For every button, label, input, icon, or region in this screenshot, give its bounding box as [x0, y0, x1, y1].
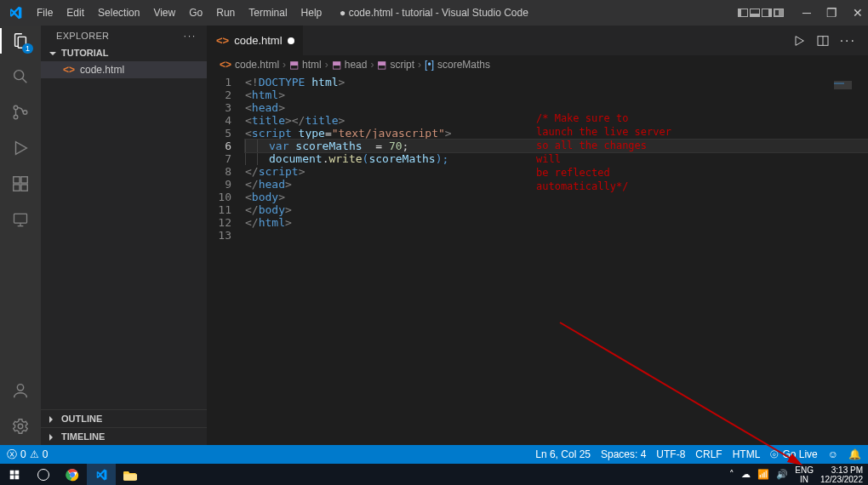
warning-icon: ⚠: [30, 448, 39, 460]
svg-point-1: [14, 106, 18, 110]
layout-controls[interactable]: [738, 9, 784, 17]
onedrive-icon[interactable]: ☁: [741, 469, 751, 480]
tag-icon: ⬒: [377, 59, 386, 71]
status-feedback-icon[interactable]: ☺: [828, 448, 838, 460]
language-indicator[interactable]: ENGIN: [795, 465, 814, 484]
outline-section[interactable]: OUTLINE: [41, 409, 207, 427]
vscode-taskbar-icon[interactable]: [87, 464, 116, 485]
chevron-down-icon: [49, 48, 58, 58]
start-button[interactable]: [0, 464, 29, 485]
tag-icon: ⬒: [332, 59, 341, 71]
split-editor-icon[interactable]: [816, 34, 830, 48]
close-icon[interactable]: ✕: [853, 6, 863, 20]
svg-line-12: [560, 322, 798, 463]
activity-extensions[interactable]: [10, 174, 31, 194]
file-code-html[interactable]: <> code.html: [41, 61, 207, 78]
activity-bar: 1: [0, 26, 41, 445]
explorer-badge: 1: [22, 43, 33, 54]
code-editor[interactable]: 1 2 3 4 5 6 7 8 9 10 11 12 13 <!DOCTYPE …: [208, 74, 868, 445]
activity-explorer[interactable]: 1: [10, 31, 31, 51]
menu-selection[interactable]: Selection: [91, 0, 146, 26]
svg-rect-5: [14, 185, 20, 191]
menu-edit[interactable]: Edit: [60, 0, 91, 26]
html-file-icon: <>: [63, 64, 75, 76]
svg-point-14: [70, 472, 75, 477]
status-problems[interactable]: ⓧ0 ⚠0: [7, 448, 48, 462]
cortana-icon[interactable]: [29, 464, 58, 485]
vscode-logo-icon: [0, 6, 30, 20]
html-file-icon: <>: [216, 34, 229, 47]
minimize-icon[interactable]: ─: [802, 6, 811, 20]
code-content[interactable]: <!DOCTYPE html> <html> <head> <title></t…: [245, 76, 868, 445]
svg-rect-6: [21, 185, 27, 191]
svg-point-9: [17, 385, 23, 391]
activity-source-control[interactable]: [10, 102, 31, 123]
status-bar: ⓧ0 ⚠0 Ln 6, Col 25 Spaces: 4 UTF-8 CRLF …: [0, 445, 868, 464]
svg-point-2: [14, 115, 18, 119]
menu-go[interactable]: Go: [182, 0, 209, 26]
activity-search[interactable]: [10, 66, 31, 87]
editor-more-icon[interactable]: ···: [840, 33, 856, 48]
activity-run-debug[interactable]: [10, 138, 31, 158]
chevron-right-icon: [49, 414, 58, 424]
sidebar-more-icon[interactable]: ···: [184, 31, 197, 41]
chrome-icon[interactable]: [58, 464, 87, 485]
svg-rect-8: [14, 214, 27, 223]
menu-file[interactable]: File: [30, 0, 60, 26]
status-eol[interactable]: CRLF: [695, 448, 722, 460]
maximize-icon[interactable]: ❐: [826, 6, 837, 20]
var-icon: [•]: [425, 59, 434, 71]
tag-icon: ⬒: [289, 59, 299, 71]
activity-settings[interactable]: [10, 416, 31, 436]
run-icon[interactable]: [792, 34, 806, 48]
volume-icon[interactable]: 🔊: [776, 469, 788, 480]
chevron-right-icon: [49, 431, 58, 442]
editor-tabs: <> code.html ···: [208, 26, 868, 55]
status-bell-icon[interactable]: 🔔: [848, 448, 861, 460]
editor-area: <> code.html ··· <> code.html › ⬒ html ›…: [208, 26, 868, 445]
sidebar-title: EXPLORER: [56, 31, 109, 41]
activity-account[interactable]: [10, 380, 31, 401]
svg-rect-4: [14, 177, 20, 183]
annotation-comment: /* Make sure to launch the live server s…: [536, 111, 672, 193]
line-gutter: 1 2 3 4 5 6 7 8 9 10 11 12 13: [208, 76, 245, 445]
menu-bar: File Edit Selection View Go Run Terminal…: [30, 0, 328, 26]
folder-tutorial[interactable]: TUTORIAL: [41, 44, 207, 61]
timeline-section[interactable]: TIMELINE: [41, 427, 207, 445]
taskbar-chevron-icon[interactable]: ˄: [729, 469, 734, 480]
html-file-icon: <>: [220, 59, 231, 71]
dirty-indicator-icon: [288, 37, 294, 44]
error-icon: ⓧ: [7, 448, 17, 462]
menu-terminal[interactable]: Terminal: [242, 0, 294, 26]
menu-view[interactable]: View: [146, 0, 182, 26]
status-language[interactable]: HTML: [733, 448, 761, 460]
svg-point-10: [18, 424, 23, 429]
status-encoding[interactable]: UTF-8: [656, 448, 685, 460]
sidebar-explorer: EXPLORER ··· TUTORIAL <> code.html OUTLI…: [41, 26, 208, 445]
status-cursor[interactable]: Ln 6, Col 25: [535, 448, 591, 460]
windows-taskbar: ˄ ☁ 📶 🔊 ENGIN 3:13 PM 12/23/2022: [0, 464, 868, 485]
wifi-icon[interactable]: 📶: [757, 469, 769, 480]
svg-rect-7: [21, 177, 27, 183]
title-bar: File Edit Selection View Go Run Terminal…: [0, 0, 868, 26]
status-spaces[interactable]: Spaces: 4: [601, 448, 646, 460]
broadcast-icon: ⦾: [770, 448, 779, 460]
breadcrumb[interactable]: <> code.html › ⬒ html › ⬒ head › ⬒ scrip…: [208, 55, 868, 74]
activity-live-server[interactable]: [10, 209, 31, 230]
menu-help[interactable]: Help: [294, 0, 329, 26]
svg-point-3: [23, 111, 27, 115]
svg-point-0: [14, 71, 24, 80]
system-clock[interactable]: 3:13 PM 12/23/2022: [820, 465, 863, 484]
menu-run[interactable]: Run: [209, 0, 242, 26]
file-explorer-icon[interactable]: [116, 464, 145, 485]
status-go-live[interactable]: ⦾ Go Live: [770, 448, 817, 460]
window-title: ● code.html - tutorial - Visual Studio C…: [340, 7, 528, 19]
tab-code-html[interactable]: <> code.html: [208, 26, 304, 55]
